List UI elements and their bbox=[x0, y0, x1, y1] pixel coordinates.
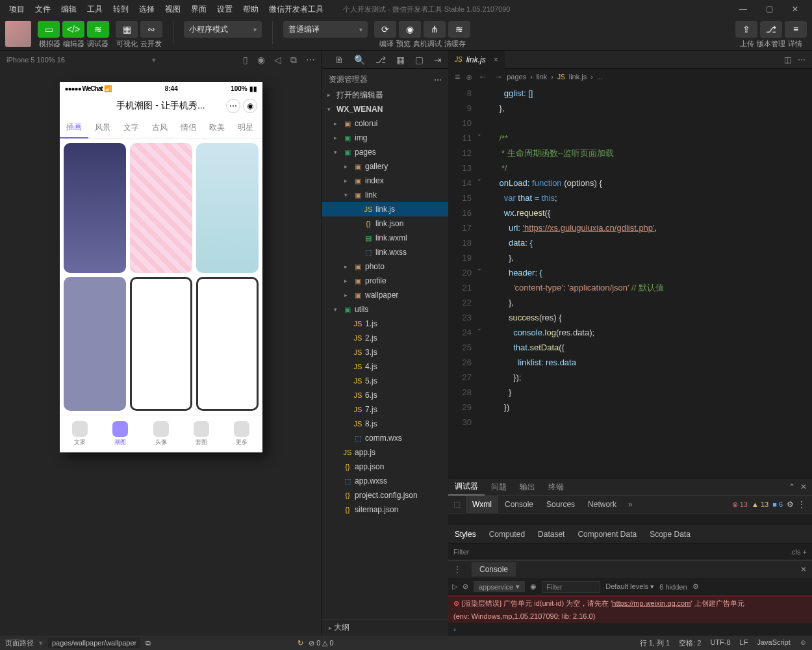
styles-tab[interactable]: Styles bbox=[448, 525, 483, 543]
terminal-tab[interactable]: 终端 bbox=[542, 478, 570, 495]
context-select[interactable]: appservice▾ bbox=[474, 581, 525, 592]
wxml-tab[interactable]: Wxml bbox=[466, 495, 498, 514]
avatar[interactable] bbox=[5, 21, 31, 47]
debugger-tab[interactable]: 调试器 bbox=[448, 478, 485, 495]
version-button[interactable]: ⎇ bbox=[760, 21, 782, 38]
more-icon[interactable]: ⋯ bbox=[434, 75, 442, 84]
wallpaper-card[interactable] bbox=[196, 143, 259, 273]
target-icon[interactable]: ◉ bbox=[243, 99, 257, 113]
editor-button[interactable]: </> bbox=[62, 21, 84, 38]
menu-icon[interactable]: ⋯ bbox=[226, 99, 240, 113]
breadcrumb[interactable]: ≡⍟←→ pages›link›JSlink.js›... bbox=[448, 69, 812, 84]
copy-icon[interactable]: ⧉ bbox=[146, 639, 151, 647]
levels-select[interactable]: Default levels ▾ bbox=[605, 582, 654, 591]
gear-icon[interactable]: ⚙ bbox=[692, 582, 699, 591]
visual-button[interactable]: ▦ bbox=[116, 21, 138, 38]
device-label[interactable]: iPhone 5 100% 16 bbox=[6, 56, 65, 64]
minimize-icon[interactable]: — bbox=[731, 5, 755, 14]
maximize-icon[interactable]: ▢ bbox=[757, 5, 781, 14]
menu-item[interactable]: 项目 bbox=[5, 3, 29, 16]
sources-tab[interactable]: Sources bbox=[540, 495, 581, 514]
nav-item[interactable]: 文案 bbox=[60, 415, 100, 452]
menu-item[interactable]: 工具 bbox=[83, 3, 107, 16]
close-icon[interactable]: ✕ bbox=[783, 5, 807, 14]
file-tree[interactable]: ▸打开的编辑器 ▾WX_WENAN ▸▣colorui ▸▣img ▾▣page… bbox=[322, 88, 448, 619]
sim-icon[interactable]: ⧉ bbox=[290, 55, 297, 66]
mode-select[interactable]: 小程序模式▾ bbox=[184, 21, 262, 38]
nav-item[interactable]: 更多 bbox=[222, 415, 262, 452]
files-icon[interactable]: 🗎 bbox=[332, 55, 346, 65]
language[interactable]: JavaScript bbox=[757, 638, 790, 648]
nav-item[interactable]: 潮图 bbox=[100, 415, 140, 452]
gear-icon[interactable]: ⚙ bbox=[787, 500, 794, 509]
menu-item[interactable]: 设置 bbox=[213, 3, 236, 16]
nav-item[interactable]: 套图 bbox=[181, 415, 222, 452]
ext-icon[interactable]: ▦ bbox=[394, 55, 407, 65]
wallpaper-card[interactable] bbox=[130, 143, 192, 273]
compile-select[interactable]: 普通编译▾ bbox=[283, 21, 368, 38]
menu-item[interactable]: 帮助 bbox=[239, 3, 262, 16]
menu-item[interactable]: 选择 bbox=[135, 3, 159, 16]
details-button[interactable]: ≡ bbox=[785, 21, 807, 38]
close-tab-icon[interactable]: × bbox=[494, 55, 498, 64]
feedback-icon[interactable]: ☺ bbox=[800, 638, 807, 648]
inspect-icon[interactable]: ⬚ bbox=[448, 500, 466, 509]
branch-icon[interactable]: ⎇ bbox=[373, 55, 388, 65]
wallpaper-card[interactable] bbox=[130, 277, 192, 411]
code-editor[interactable]: 8910111213141516171819202122232425262728… bbox=[448, 84, 812, 478]
eye-icon[interactable]: ⊘ bbox=[463, 582, 468, 591]
wallpaper-card[interactable] bbox=[64, 277, 126, 411]
clear-cache-button[interactable]: ≋ bbox=[448, 21, 470, 38]
hidden-count[interactable]: 6 hidden bbox=[659, 583, 687, 591]
compile-button[interactable]: ⟳ bbox=[374, 21, 396, 38]
more-tabs-icon[interactable]: » bbox=[623, 500, 638, 509]
console-tab[interactable]: Console bbox=[498, 495, 540, 514]
close-icon[interactable]: ✕ bbox=[800, 565, 812, 574]
issues-count[interactable]: ⊘ 0 △ 0 bbox=[309, 639, 333, 647]
filter-input[interactable]: Filter bbox=[453, 548, 469, 556]
console-filter-input[interactable]: Filter bbox=[542, 581, 600, 593]
nav-item[interactable]: 头像 bbox=[140, 415, 181, 452]
menu-item[interactable]: 视图 bbox=[161, 3, 184, 16]
menu-item[interactable]: 界面 bbox=[187, 3, 210, 16]
issues-tab[interactable]: 问题 bbox=[485, 478, 513, 495]
more-icon[interactable]: ⋯ bbox=[798, 55, 806, 64]
menu-item[interactable]: 文件 bbox=[31, 3, 55, 16]
sim-icon[interactable]: ◉ bbox=[257, 55, 265, 66]
page-path[interactable]: pages/wallpaper/wallpaper bbox=[48, 638, 140, 648]
cloud-button[interactable]: ∾ bbox=[140, 21, 162, 38]
debugger-button[interactable]: ≋ bbox=[87, 21, 109, 38]
eye-icon[interactable]: ◉ bbox=[530, 582, 537, 591]
cursor-pos[interactable]: 行 1, 列 1 bbox=[640, 638, 670, 648]
sim-icon[interactable]: ▯ bbox=[243, 55, 248, 66]
preview-button[interactable]: ◉ bbox=[399, 21, 421, 38]
upload-button[interactable]: ⇪ bbox=[735, 21, 757, 38]
eol[interactable]: LF bbox=[740, 638, 748, 648]
indent[interactable]: 空格: 2 bbox=[679, 638, 701, 648]
sim-icon[interactable]: ◁ bbox=[274, 55, 281, 66]
menu-item[interactable]: 微信开发者工具 bbox=[265, 3, 327, 16]
scroll-icon[interactable]: ↻ bbox=[298, 639, 303, 647]
sim-icon[interactable]: ⋯ bbox=[306, 55, 315, 66]
menu-item[interactable]: 编辑 bbox=[57, 3, 81, 16]
add-icon[interactable]: + bbox=[803, 548, 807, 556]
output-tab[interactable]: 输出 bbox=[513, 478, 542, 495]
menu-item[interactable]: 转到 bbox=[109, 3, 133, 16]
wallpaper-card[interactable] bbox=[64, 143, 126, 273]
chevron-up-icon[interactable]: ⌃ bbox=[789, 482, 795, 491]
search-icon[interactable]: 🔍 bbox=[351, 55, 368, 65]
close-icon[interactable]: ✕ bbox=[800, 482, 807, 491]
remote-debug-button[interactable]: ⋔ bbox=[424, 21, 446, 38]
console-drawer-tab[interactable]: Console bbox=[472, 562, 516, 577]
editor-tab[interactable]: JSlink.js× bbox=[448, 51, 505, 69]
simulator-button[interactable]: ▭ bbox=[38, 21, 60, 38]
kebab-icon[interactable]: ⋮ bbox=[798, 500, 806, 509]
phone-simulator[interactable]: ●●●●● WeChat 📶 8:44 100% ▮▮ 手机潮图 - 让手机秀.… bbox=[60, 82, 262, 452]
box-icon[interactable]: ▢ bbox=[412, 55, 426, 65]
clear-icon[interactable]: ▷ bbox=[452, 582, 457, 591]
encoding[interactable]: UTF-8 bbox=[710, 638, 730, 648]
kebab-icon[interactable]: ⋮ bbox=[448, 565, 466, 574]
category-tabs[interactable]: 插画 风景 文字 古风 情侣 欧美 明星 bbox=[60, 117, 262, 139]
console-output[interactable]: ⊗[渲染层错误] 广告单元 id(unit-id) 为空，请先在 'https:… bbox=[448, 596, 812, 636]
wallpaper-card[interactable] bbox=[196, 277, 259, 411]
